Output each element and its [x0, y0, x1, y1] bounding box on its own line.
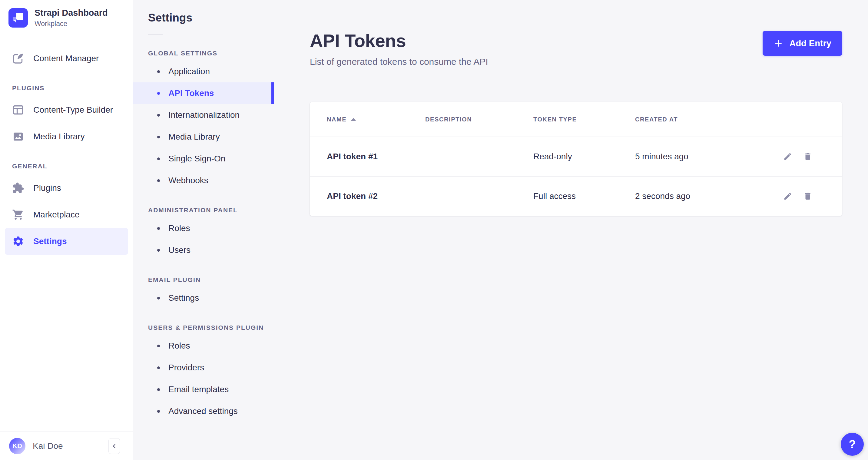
token-type: Full access — [533, 191, 635, 201]
sidebar-item-label: Marketplace — [33, 210, 80, 219]
sidebar-item-content-manager[interactable]: Content Manager — [5, 45, 128, 72]
help-question-label: ? — [848, 438, 856, 451]
chevron-left-icon — [111, 443, 118, 450]
bullet-icon — [157, 249, 160, 252]
subnav-section-email-plugin: EMAIL PLUGIN — [148, 276, 274, 283]
subnav-item-label: Roles — [168, 223, 190, 233]
column-header-token-type[interactable]: Token type — [533, 116, 635, 123]
sidebar-item-media-library[interactable]: Media Library — [5, 123, 128, 150]
bullet-icon — [157, 157, 160, 160]
bullet-icon — [157, 227, 160, 230]
content-manager-icon — [12, 52, 24, 64]
edit-pencil-icon — [783, 192, 792, 201]
plus-icon — [774, 38, 783, 48]
subnav-item-media-library[interactable]: Media Library — [133, 126, 274, 148]
sidebar-collapse-button[interactable] — [108, 438, 120, 454]
sidebar-item-content-type-builder[interactable]: Content-Type Builder — [5, 97, 128, 123]
delete-button[interactable] — [803, 151, 813, 162]
subnav-item-label: Internationalization — [168, 110, 240, 120]
sort-asc-icon[interactable] — [351, 118, 356, 121]
main-sidebar: Strapi Dashboard Workplace Content Manag… — [0, 0, 133, 460]
media-library-icon — [12, 130, 24, 143]
sidebar-item-label: Media Library — [33, 132, 85, 142]
subnav-item-single-sign-on[interactable]: Single Sign-On — [133, 148, 274, 170]
table-row[interactable]: API token #1 Read-only 5 minutes ago — [310, 136, 842, 176]
sidebar-item-label: Settings — [33, 237, 67, 246]
sidebar-item-label: Content-Type Builder — [33, 105, 113, 115]
subnav-item-email-templates[interactable]: Email templates — [133, 378, 274, 400]
subnav-item-webhooks[interactable]: Webhooks — [133, 170, 274, 191]
marketplace-icon — [12, 209, 24, 221]
table-row[interactable]: API token #2 Full access 2 seconds ago — [310, 176, 842, 216]
subnav-item-label: Media Library — [168, 132, 220, 142]
row-actions — [777, 151, 825, 162]
app-root: Strapi Dashboard Workplace Content Manag… — [0, 0, 868, 460]
subnav-item-label: Single Sign-On — [168, 154, 225, 163]
subnav-item-admin-users[interactable]: Users — [133, 239, 274, 261]
bullet-icon — [157, 70, 160, 73]
column-header-name[interactable]: Name — [327, 116, 425, 123]
edit-pencil-icon — [783, 152, 792, 161]
api-tokens-table-card: Name Description Token type Created at A… — [310, 102, 842, 216]
strapi-logo-icon — [8, 8, 28, 28]
brand-title: Strapi Dashboard — [34, 8, 108, 18]
settings-subnav: Settings GLOBAL SETTINGS Application API… — [133, 0, 274, 460]
bullet-icon — [157, 179, 160, 182]
brand-text: Strapi Dashboard Workplace — [34, 8, 108, 28]
subnav-item-label: Email templates — [168, 385, 229, 394]
subnav-item-api-tokens[interactable]: API Tokens — [133, 82, 274, 104]
sidebar-nav-list: Content Manager PLUGINS Content-Type Bui… — [0, 36, 133, 432]
sidebar-item-label: Content Manager — [33, 54, 99, 63]
bullet-icon — [157, 388, 160, 391]
bullet-icon — [157, 366, 160, 369]
token-name: API token #1 — [327, 152, 425, 161]
page-title: API Tokens — [310, 30, 488, 51]
gear-icon — [12, 235, 24, 247]
sidebar-item-plugins[interactable]: Plugins — [5, 175, 128, 202]
edit-button[interactable] — [783, 151, 793, 162]
subnav-item-providers[interactable]: Providers — [133, 357, 274, 378]
bullet-icon — [157, 297, 160, 300]
table-header-row: Name Description Token type Created at — [310, 102, 842, 136]
subnav-item-application[interactable]: Application — [133, 61, 274, 82]
main-content: API Tokens List of generated tokens to c… — [274, 0, 868, 460]
column-header-description[interactable]: Description — [425, 116, 533, 123]
subnav-item-label: Webhooks — [168, 176, 208, 185]
brand-area[interactable]: Strapi Dashboard Workplace — [0, 0, 133, 36]
content-type-builder-icon — [12, 104, 24, 116]
subnav-item-email-settings[interactable]: Settings — [133, 287, 274, 309]
bullet-icon — [157, 410, 160, 413]
page-subtitle: List of generated tokens to consume the … — [310, 57, 488, 67]
sidebar-item-marketplace[interactable]: Marketplace — [5, 202, 128, 228]
token-created-at: 2 seconds ago — [635, 191, 777, 201]
subnav-item-admin-roles[interactable]: Roles — [133, 217, 274, 239]
sidebar-section-plugins: PLUGINS — [12, 85, 133, 92]
subnav-item-advanced-settings[interactable]: Advanced settings — [133, 400, 274, 422]
subnav-item-label: Users — [168, 245, 190, 255]
sidebar-item-settings[interactable]: Settings — [5, 228, 128, 255]
subnav-divider — [148, 34, 163, 34]
sidebar-user-area: KD Kai Doe — [0, 432, 133, 460]
subnav-section-global-settings: GLOBAL SETTINGS — [148, 50, 274, 57]
add-entry-button[interactable]: Add Entry — [763, 31, 842, 56]
user-name[interactable]: Kai Doe — [33, 441, 63, 451]
subnav-item-label: Advanced settings — [168, 406, 238, 416]
edit-button[interactable] — [783, 191, 793, 202]
subnav-item-label: API Tokens — [168, 88, 214, 98]
subnav-item-up-roles[interactable]: Roles — [133, 335, 274, 357]
row-actions — [777, 191, 825, 202]
token-type: Read-only — [533, 152, 635, 161]
column-header-created-at[interactable]: Created at — [635, 116, 777, 123]
add-entry-label: Add Entry — [789, 38, 831, 49]
subnav-item-internationalization[interactable]: Internationalization — [133, 104, 274, 126]
bullet-icon — [157, 114, 160, 117]
subnav-item-label: Roles — [168, 341, 190, 351]
delete-trash-icon — [803, 152, 812, 161]
delete-trash-icon — [803, 192, 812, 201]
delete-button[interactable] — [803, 191, 813, 202]
sidebar-section-general: GENERAL — [12, 163, 133, 170]
brand-subtitle: Workplace — [34, 20, 108, 28]
help-button[interactable]: ? — [841, 433, 864, 456]
plugins-icon — [12, 182, 24, 194]
avatar[interactable]: KD — [9, 438, 26, 454]
